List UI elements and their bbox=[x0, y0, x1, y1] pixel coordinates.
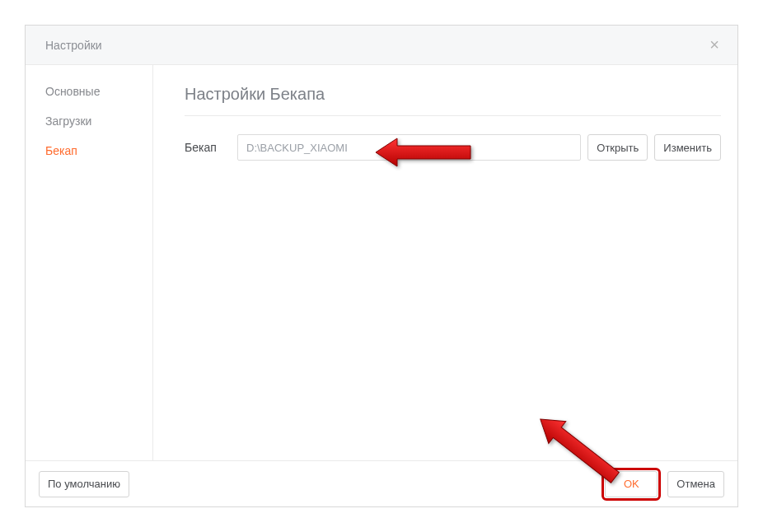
backup-path-input[interactable]: D:\BACKUP_XIAOMI bbox=[237, 134, 581, 161]
settings-window: Настройки × Основные Загрузки Бекап Наст… bbox=[25, 25, 738, 507]
sidebar-item-backup[interactable]: Бекап bbox=[26, 136, 152, 166]
titlebar: Настройки × bbox=[26, 26, 737, 65]
footer-right: OK Отмена bbox=[602, 468, 724, 501]
open-button[interactable]: Открыть bbox=[587, 134, 648, 161]
section-title: Настройки Бекапа bbox=[185, 85, 721, 116]
ok-button[interactable]: OK bbox=[605, 471, 658, 497]
cancel-button[interactable]: Отмена bbox=[667, 471, 724, 497]
sidebar: Основные Загрузки Бекап bbox=[26, 65, 153, 460]
defaults-button[interactable]: По умолчанию bbox=[39, 471, 129, 497]
sidebar-item-label: Основные bbox=[45, 85, 100, 98]
row-label-backup: Бекап bbox=[185, 141, 231, 154]
body-area: Основные Загрузки Бекап Настройки Бекапа… bbox=[26, 65, 737, 460]
ok-highlight: OK bbox=[602, 468, 661, 501]
backup-path-row: Бекап D:\BACKUP_XIAOMI Открыть Изменить bbox=[185, 134, 721, 161]
sidebar-item-downloads[interactable]: Загрузки bbox=[26, 106, 152, 136]
sidebar-item-label: Загрузки bbox=[45, 114, 91, 128]
backup-path-value: D:\BACKUP_XIAOMI bbox=[246, 142, 348, 154]
sidebar-item-label: Бекап bbox=[45, 144, 77, 157]
window-title: Настройки bbox=[45, 39, 102, 52]
change-button[interactable]: Изменить bbox=[654, 134, 721, 161]
close-icon[interactable]: × bbox=[706, 37, 723, 54]
sidebar-item-general[interactable]: Основные bbox=[26, 77, 152, 106]
content-panel: Настройки Бекапа Бекап D:\BACKUP_XIAOMI … bbox=[153, 65, 737, 460]
footer: По умолчанию OK Отмена bbox=[26, 460, 737, 506]
